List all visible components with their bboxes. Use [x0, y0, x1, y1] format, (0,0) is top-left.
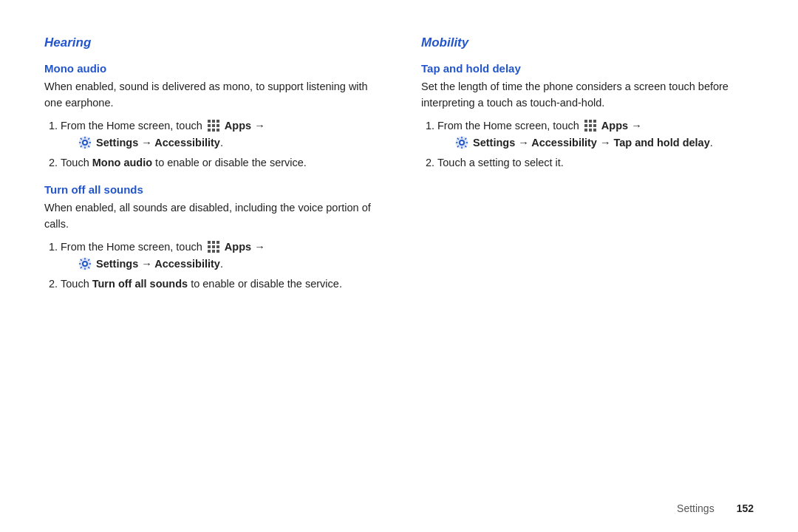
turn-off-step1-text: From the Home screen, touch — [61, 241, 205, 253]
svg-rect-20 — [208, 241, 211, 244]
svg-rect-1 — [212, 120, 215, 123]
turn-off-sounds-description: When enabled, all sounds are disabled, i… — [44, 200, 377, 233]
svg-point-51 — [460, 141, 463, 144]
apps-icon-3 — [584, 119, 597, 132]
mono-audio-step-1: From the Home screen, touch Apps → — [61, 117, 377, 151]
arrow-3: → — [631, 120, 642, 132]
turn-off-sounds-steps: From the Home screen, touch Apps → — [61, 239, 377, 293]
svg-rect-25 — [216, 245, 219, 248]
turn-off-step-2: Touch Turn off all sounds to enable or d… — [61, 276, 377, 293]
hearing-title: Hearing — [44, 35, 377, 50]
apps-label-1: Apps — [225, 120, 254, 132]
svg-rect-24 — [212, 245, 215, 248]
tap-hold-step-2: Touch a setting to select it. — [437, 154, 754, 171]
svg-rect-6 — [208, 129, 211, 132]
period-1: . — [220, 137, 223, 149]
mono-audio-step-1-indent: Settings → Accessibility. — [77, 134, 377, 151]
tap-hold-step2-text: Touch a setting to select it. — [437, 157, 564, 168]
step2-text: Touch Mono audio to enable or disable th… — [61, 157, 307, 168]
arrow-2: → — [254, 241, 265, 253]
period-2: . — [220, 258, 223, 270]
settings-icon-3 — [455, 136, 468, 149]
svg-rect-22 — [216, 241, 219, 244]
tap-hold-step1-text: From the Home screen, touch — [437, 120, 582, 132]
turn-off-step2-text: Touch Turn off all sounds to enable or d… — [61, 278, 342, 290]
tap-hold-step-1-indent: Settings → Accessibility → Tap and hold … — [454, 134, 754, 151]
step1-text: From the Home screen, touch — [61, 120, 205, 132]
svg-rect-26 — [208, 250, 211, 253]
left-column: Hearing Mono audio When enabled, sound i… — [44, 35, 406, 299]
settings-icon-2 — [78, 257, 92, 270]
svg-rect-43 — [584, 124, 587, 127]
settings-icon-1 — [78, 136, 92, 149]
svg-rect-5 — [216, 124, 219, 127]
svg-rect-44 — [589, 124, 592, 127]
svg-rect-21 — [212, 241, 215, 244]
arrow-1: → — [254, 120, 265, 132]
apps-label-3: Apps — [601, 120, 631, 132]
svg-rect-40 — [584, 120, 587, 123]
svg-rect-8 — [216, 129, 219, 132]
mono-audio-description: When enabled, sound is delivered as mono… — [44, 79, 377, 112]
svg-rect-41 — [589, 120, 592, 123]
tap-hold-steps: From the Home screen, touch Apps → — [437, 117, 754, 172]
mono-audio-step-2: Touch Mono audio to enable or disable th… — [61, 154, 377, 171]
mono-audio-title: Mono audio — [44, 62, 377, 75]
tap-hold-description: Set the length of time the phone conside… — [421, 79, 754, 112]
svg-rect-4 — [212, 124, 215, 127]
tap-hold-step-1: From the Home screen, touch Apps → — [437, 117, 754, 151]
right-column: Mobility Tap and hold delay Set the leng… — [406, 35, 754, 299]
svg-rect-2 — [216, 120, 219, 123]
svg-rect-42 — [593, 120, 596, 123]
svg-point-31 — [83, 262, 86, 265]
turn-off-step-1: From the Home screen, touch Apps → — [61, 239, 377, 273]
turn-off-step-1-indent: Settings → Accessibility. — [77, 256, 377, 273]
svg-rect-27 — [212, 250, 215, 253]
mono-audio-steps: From the Home screen, touch Apps → — [61, 117, 377, 172]
tap-hold-title: Tap and hold delay — [421, 62, 754, 75]
svg-rect-48 — [593, 129, 596, 132]
period-3: . — [710, 137, 713, 149]
apps-icon — [207, 119, 220, 132]
svg-rect-45 — [593, 124, 596, 127]
apps-label-2: Apps — [225, 241, 254, 253]
footer-label: Settings — [677, 502, 715, 514]
svg-rect-46 — [584, 129, 587, 132]
svg-rect-23 — [208, 245, 211, 248]
svg-rect-0 — [208, 120, 211, 123]
footer: Settings 152 — [677, 502, 754, 514]
settings-path-1: Settings → Accessibility — [96, 137, 220, 149]
svg-rect-3 — [208, 124, 211, 127]
svg-point-11 — [83, 141, 86, 144]
settings-path-3: Settings → Accessibility → Tap and hold … — [473, 137, 710, 149]
apps-icon-2 — [207, 240, 220, 253]
mobility-title: Mobility — [421, 35, 754, 50]
svg-rect-7 — [212, 129, 215, 132]
footer-page: 152 — [737, 502, 754, 514]
svg-rect-47 — [589, 129, 592, 132]
turn-off-sounds-title: Turn off all sounds — [44, 183, 377, 196]
settings-path-2: Settings → Accessibility — [96, 258, 220, 270]
svg-rect-28 — [216, 250, 219, 253]
